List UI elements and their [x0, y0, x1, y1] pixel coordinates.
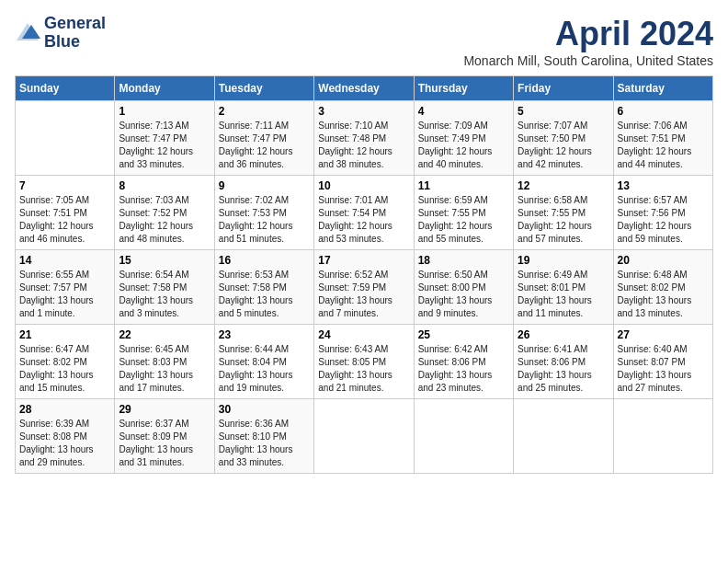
calendar-cell: 13 Sunrise: 6:57 AM Sunset: 7:56 PM Dayl…: [613, 176, 712, 250]
calendar-cell: [514, 399, 613, 474]
calendar-cell: [314, 399, 414, 474]
day-number: 13: [618, 179, 709, 192]
month-title: April 2024: [463, 15, 713, 53]
day-number: 8: [119, 179, 210, 192]
calendar-cell: 19 Sunrise: 6:49 AM Sunset: 8:01 PM Dayl…: [514, 250, 613, 325]
day-info: Sunrise: 6:39 AM Sunset: 8:08 PM Dayligh…: [19, 418, 110, 469]
calendar-week-0: 1 Sunrise: 7:13 AM Sunset: 7:47 PM Dayli…: [16, 101, 713, 176]
day-info: Sunrise: 6:52 AM Sunset: 7:59 PM Dayligh…: [318, 269, 409, 320]
day-info: Sunrise: 6:54 AM Sunset: 7:58 PM Dayligh…: [119, 269, 210, 320]
day-number: 16: [219, 254, 310, 267]
header-monday: Monday: [115, 76, 214, 101]
day-number: 21: [19, 328, 110, 341]
calendar-week-1: 7 Sunrise: 7:05 AM Sunset: 7:51 PM Dayli…: [16, 176, 713, 250]
day-number: 4: [418, 105, 509, 118]
calendar-cell: 16 Sunrise: 6:53 AM Sunset: 7:58 PM Dayl…: [214, 250, 313, 325]
calendar-cell: 26 Sunrise: 6:41 AM Sunset: 8:06 PM Dayl…: [514, 325, 613, 399]
logo-text: General Blue: [44, 15, 106, 52]
day-number: 5: [518, 105, 609, 118]
calendar-cell: 12 Sunrise: 6:58 AM Sunset: 7:55 PM Dayl…: [514, 176, 613, 250]
day-number: 6: [618, 105, 709, 118]
calendar-cell: 11 Sunrise: 6:59 AM Sunset: 7:55 PM Dayl…: [414, 176, 513, 250]
day-info: Sunrise: 7:05 AM Sunset: 7:51 PM Dayligh…: [19, 194, 110, 246]
calendar-cell: 27 Sunrise: 6:40 AM Sunset: 8:07 PM Dayl…: [613, 325, 712, 399]
day-number: 3: [318, 105, 409, 118]
header-saturday: Saturday: [613, 76, 712, 101]
calendar-cell: 8 Sunrise: 7:03 AM Sunset: 7:52 PM Dayli…: [115, 176, 214, 250]
page-header: General Blue April 2024 Monarch Mill, So…: [15, 15, 713, 68]
calendar-header: SundayMondayTuesdayWednesdayThursdayFrid…: [16, 76, 713, 101]
calendar-week-3: 21 Sunrise: 6:47 AM Sunset: 8:02 PM Dayl…: [16, 325, 713, 399]
day-info: Sunrise: 6:50 AM Sunset: 8:00 PM Dayligh…: [418, 269, 509, 320]
calendar-cell: 10 Sunrise: 7:01 AM Sunset: 7:54 PM Dayl…: [314, 176, 414, 250]
day-info: Sunrise: 7:10 AM Sunset: 7:48 PM Dayligh…: [318, 120, 409, 171]
calendar-cell: 21 Sunrise: 6:47 AM Sunset: 8:02 PM Dayl…: [16, 325, 115, 399]
day-info: Sunrise: 7:01 AM Sunset: 7:54 PM Dayligh…: [318, 194, 409, 246]
calendar-cell: 30 Sunrise: 6:36 AM Sunset: 8:10 PM Dayl…: [214, 399, 313, 474]
header-sunday: Sunday: [16, 76, 115, 101]
day-number: 20: [618, 254, 709, 267]
day-number: 15: [119, 254, 210, 267]
day-number: 24: [318, 328, 409, 341]
calendar-cell: 9 Sunrise: 7:02 AM Sunset: 7:53 PM Dayli…: [214, 176, 313, 250]
day-info: Sunrise: 7:13 AM Sunset: 7:47 PM Dayligh…: [119, 120, 210, 171]
day-number: 27: [618, 328, 709, 341]
calendar-cell: 4 Sunrise: 7:09 AM Sunset: 7:49 PM Dayli…: [414, 101, 513, 176]
calendar-cell: 18 Sunrise: 6:50 AM Sunset: 8:00 PM Dayl…: [414, 250, 513, 325]
day-number: 25: [418, 328, 509, 341]
day-info: Sunrise: 6:58 AM Sunset: 7:55 PM Dayligh…: [518, 194, 609, 246]
day-info: Sunrise: 6:41 AM Sunset: 8:06 PM Dayligh…: [518, 343, 609, 395]
calendar-week-2: 14 Sunrise: 6:55 AM Sunset: 7:57 PM Dayl…: [16, 250, 713, 325]
day-info: Sunrise: 6:47 AM Sunset: 8:02 PM Dayligh…: [19, 343, 110, 395]
calendar-cell: 20 Sunrise: 6:48 AM Sunset: 8:02 PM Dayl…: [613, 250, 712, 325]
day-number: 22: [119, 328, 210, 341]
day-number: 7: [19, 179, 110, 192]
day-info: Sunrise: 6:49 AM Sunset: 8:01 PM Dayligh…: [518, 269, 609, 320]
calendar-cell: [414, 399, 513, 474]
calendar-cell: 14 Sunrise: 6:55 AM Sunset: 7:57 PM Dayl…: [16, 250, 115, 325]
day-info: Sunrise: 6:40 AM Sunset: 8:07 PM Dayligh…: [618, 343, 709, 395]
day-info: Sunrise: 6:44 AM Sunset: 8:04 PM Dayligh…: [219, 343, 310, 395]
day-info: Sunrise: 6:53 AM Sunset: 7:58 PM Dayligh…: [219, 269, 310, 320]
header-thursday: Thursday: [414, 76, 513, 101]
day-info: Sunrise: 6:45 AM Sunset: 8:03 PM Dayligh…: [119, 343, 210, 395]
day-number: 28: [19, 403, 110, 416]
calendar-cell: 7 Sunrise: 7:05 AM Sunset: 7:51 PM Dayli…: [16, 176, 115, 250]
day-info: Sunrise: 6:57 AM Sunset: 7:56 PM Dayligh…: [618, 194, 709, 246]
calendar-week-4: 28 Sunrise: 6:39 AM Sunset: 8:08 PM Dayl…: [16, 399, 713, 474]
calendar-cell: 28 Sunrise: 6:39 AM Sunset: 8:08 PM Dayl…: [16, 399, 115, 474]
day-number: 17: [318, 254, 409, 267]
header-tuesday: Tuesday: [214, 76, 313, 101]
day-number: 23: [219, 328, 310, 341]
calendar-cell: 6 Sunrise: 7:06 AM Sunset: 7:51 PM Dayli…: [613, 101, 712, 176]
calendar-cell: 29 Sunrise: 6:37 AM Sunset: 8:09 PM Dayl…: [115, 399, 214, 474]
day-info: Sunrise: 6:42 AM Sunset: 8:06 PM Dayligh…: [418, 343, 509, 395]
calendar-cell: 17 Sunrise: 6:52 AM Sunset: 7:59 PM Dayl…: [314, 250, 414, 325]
day-number: 26: [518, 328, 609, 341]
calendar-cell: [613, 399, 712, 474]
day-info: Sunrise: 7:02 AM Sunset: 7:53 PM Dayligh…: [219, 194, 310, 246]
calendar-cell: 2 Sunrise: 7:11 AM Sunset: 7:47 PM Dayli…: [214, 101, 313, 176]
day-number: 30: [219, 403, 310, 416]
day-info: Sunrise: 6:59 AM Sunset: 7:55 PM Dayligh…: [418, 194, 509, 246]
day-info: Sunrise: 6:37 AM Sunset: 8:09 PM Dayligh…: [119, 418, 210, 469]
calendar-table: SundayMondayTuesdayWednesdayThursdayFrid…: [15, 75, 713, 474]
calendar-cell: 25 Sunrise: 6:42 AM Sunset: 8:06 PM Dayl…: [414, 325, 513, 399]
calendar-cell: 3 Sunrise: 7:10 AM Sunset: 7:48 PM Dayli…: [314, 101, 414, 176]
day-info: Sunrise: 7:09 AM Sunset: 7:49 PM Dayligh…: [418, 120, 509, 171]
calendar-cell: 15 Sunrise: 6:54 AM Sunset: 7:58 PM Dayl…: [115, 250, 214, 325]
calendar-cell: [16, 101, 115, 176]
day-number: 18: [418, 254, 509, 267]
title-section: April 2024 Monarch Mill, South Carolina,…: [463, 15, 713, 68]
day-number: 14: [19, 254, 110, 267]
day-info: Sunrise: 7:06 AM Sunset: 7:51 PM Dayligh…: [618, 120, 709, 171]
logo-icon: [15, 20, 40, 46]
day-info: Sunrise: 6:36 AM Sunset: 8:10 PM Dayligh…: [219, 418, 310, 469]
day-info: Sunrise: 7:03 AM Sunset: 7:52 PM Dayligh…: [119, 194, 210, 246]
day-number: 12: [518, 179, 609, 192]
day-number: 1: [119, 105, 210, 118]
day-number: 11: [418, 179, 509, 192]
day-info: Sunrise: 7:07 AM Sunset: 7:50 PM Dayligh…: [518, 120, 609, 171]
day-number: 10: [318, 179, 409, 192]
calendar-cell: 22 Sunrise: 6:45 AM Sunset: 8:03 PM Dayl…: [115, 325, 214, 399]
